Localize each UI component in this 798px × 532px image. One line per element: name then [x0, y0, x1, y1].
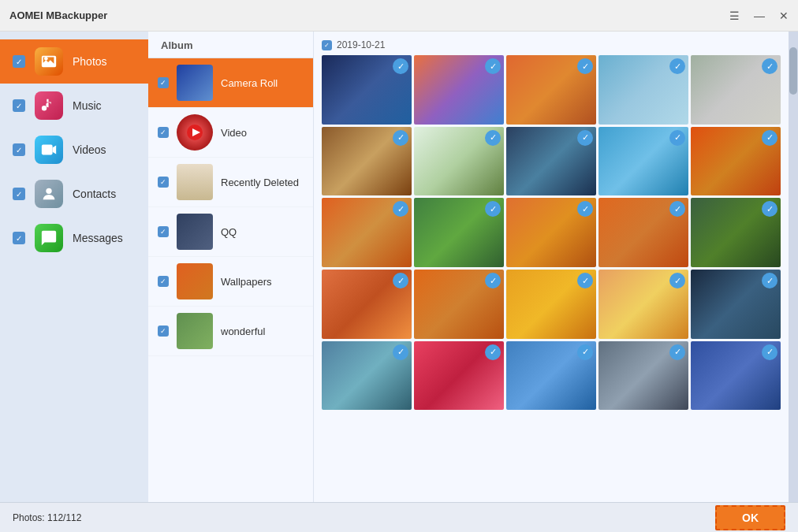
- photo-check-icon[interactable]: ✓: [485, 130, 501, 146]
- camera-roll-checkbox[interactable]: [158, 77, 169, 88]
- photo-check-icon[interactable]: ✓: [393, 273, 408, 288]
- photo-check-icon[interactable]: ✓: [762, 58, 777, 74]
- album-header: Album: [148, 32, 313, 58]
- date-group-checkbox[interactable]: [322, 40, 332, 50]
- photo-cell[interactable]: ✓: [598, 341, 688, 411]
- sidebar-item-contacts[interactable]: Contacts: [0, 172, 148, 216]
- photo-check-icon[interactable]: ✓: [393, 130, 408, 146]
- recently-deleted-checkbox[interactable]: [158, 177, 169, 188]
- recently-deleted-thumb: [177, 164, 213, 200]
- camera-roll-thumb: [177, 65, 213, 101]
- statusbar: Photos: 112/112 OK: [0, 502, 798, 532]
- album-panel: Album Camera Roll Video Recently Delet: [148, 32, 314, 502]
- recently-deleted-label: Recently Deleted: [221, 177, 299, 188]
- photo-check-icon[interactable]: ✓: [762, 273, 777, 288]
- photo-cell[interactable]: ✓: [506, 341, 596, 411]
- wonderful-label: wonderful: [221, 326, 265, 337]
- photo-cell[interactable]: ✓: [598, 55, 688, 125]
- qq-checkbox[interactable]: [158, 226, 169, 237]
- photos-label: Photos: [73, 55, 107, 68]
- app-title: AOMEI MBackupper: [9, 9, 107, 21]
- photo-check-icon[interactable]: ✓: [577, 273, 593, 288]
- photo-check-icon[interactable]: ✓: [577, 58, 593, 74]
- photo-cell[interactable]: ✓: [322, 127, 412, 196]
- photo-check-icon[interactable]: ✓: [485, 344, 501, 360]
- videos-icon: [35, 136, 63, 164]
- photo-cell[interactable]: ✓: [598, 270, 688, 339]
- photo-cell[interactable]: ✓: [414, 198, 504, 267]
- messages-label: Messages: [73, 232, 123, 244]
- photo-cell[interactable]: ✓: [598, 198, 688, 267]
- photo-check-icon[interactable]: ✓: [669, 344, 685, 360]
- photo-check-icon[interactable]: ✓: [577, 130, 593, 146]
- close-button[interactable]: ✕: [779, 9, 789, 22]
- photo-cell[interactable]: ✓: [691, 198, 781, 267]
- scrollbar-track[interactable]: [789, 32, 798, 502]
- photo-cell[interactable]: ✓: [414, 270, 504, 339]
- sidebar-item-music[interactable]: Music: [0, 84, 148, 128]
- sidebar-item-photos[interactable]: Photos: [0, 39, 148, 84]
- date-group-label: 2019-10-21: [322, 39, 781, 50]
- videos-checkbox[interactable]: [13, 143, 25, 156]
- wonderful-thumb: [177, 313, 213, 349]
- wonderful-checkbox[interactable]: [158, 326, 169, 337]
- photo-cell[interactable]: ✓: [691, 127, 781, 196]
- wallpapers-label: Wallpapers: [221, 276, 272, 288]
- contacts-icon: [35, 180, 63, 208]
- scrollbar-thumb[interactable]: [789, 47, 797, 95]
- sidebar-item-messages[interactable]: Messages: [0, 216, 148, 260]
- photo-panel[interactable]: 2019-10-21 ✓✓✓✓✓✓✓✓✓✓✓✓✓✓✓✓✓✓✓✓✓✓✓✓✓: [314, 32, 789, 502]
- wallpapers-checkbox[interactable]: [158, 276, 169, 287]
- photo-check-icon[interactable]: ✓: [485, 273, 501, 288]
- minimize-button[interactable]: —: [754, 9, 765, 22]
- photo-cell[interactable]: ✓: [414, 127, 504, 196]
- photo-cell[interactable]: ✓: [506, 198, 596, 267]
- svg-point-2: [46, 188, 51, 194]
- qq-label: QQ: [221, 226, 237, 238]
- svg-point-0: [44, 57, 48, 61]
- photos-icon: [35, 47, 63, 76]
- music-checkbox[interactable]: [13, 99, 25, 112]
- titlebar: AOMEI MBackupper ☰ — ✕: [0, 0, 798, 32]
- album-item-qq[interactable]: QQ: [148, 207, 313, 257]
- photo-check-icon[interactable]: ✓: [669, 58, 685, 74]
- photo-cell[interactable]: ✓: [322, 198, 412, 267]
- photo-check-icon[interactable]: ✓: [669, 130, 685, 146]
- contacts-checkbox[interactable]: [13, 188, 25, 200]
- album-item-recently-deleted[interactable]: Recently Deleted: [148, 158, 313, 207]
- photo-check-icon[interactable]: ✓: [762, 130, 777, 146]
- photo-cell[interactable]: ✓: [322, 341, 412, 411]
- album-item-camera-roll[interactable]: Camera Roll: [148, 58, 313, 108]
- photo-cell[interactable]: ✓: [414, 55, 504, 125]
- photo-check-icon[interactable]: ✓: [669, 273, 685, 288]
- ok-button[interactable]: OK: [715, 505, 785, 530]
- photo-check-icon[interactable]: ✓: [577, 344, 593, 360]
- photo-cell[interactable]: ✓: [506, 270, 596, 339]
- list-icon[interactable]: ☰: [729, 9, 740, 22]
- photo-cell[interactable]: ✓: [322, 270, 412, 339]
- video-checkbox[interactable]: [158, 127, 169, 138]
- photo-check-icon[interactable]: ✓: [393, 58, 408, 74]
- sidebar-item-videos[interactable]: Videos: [0, 128, 148, 172]
- photo-check-icon[interactable]: ✓: [762, 344, 777, 360]
- photo-cell[interactable]: ✓: [414, 341, 504, 411]
- photo-cell[interactable]: ✓: [691, 341, 781, 411]
- photo-check-icon[interactable]: ✓: [485, 58, 501, 74]
- photo-check-icon[interactable]: ✓: [393, 344, 408, 360]
- photo-cell[interactable]: ✓: [506, 55, 596, 125]
- photo-cell[interactable]: ✓: [598, 127, 688, 196]
- main-container: Photos Music Videos: [0, 32, 798, 502]
- messages-checkbox[interactable]: [13, 232, 25, 244]
- photo-cell[interactable]: ✓: [322, 55, 412, 125]
- video-label: Video: [221, 127, 247, 139]
- messages-icon: [35, 224, 63, 252]
- sidebar: Photos Music Videos: [0, 32, 148, 502]
- photo-cell[interactable]: ✓: [506, 127, 596, 196]
- album-item-wonderful[interactable]: wonderful: [148, 307, 313, 356]
- date-group-text: 2019-10-21: [337, 39, 385, 50]
- album-item-video[interactable]: Video: [148, 108, 313, 158]
- photo-cell[interactable]: ✓: [691, 55, 781, 125]
- photo-cell[interactable]: ✓: [691, 270, 781, 339]
- photos-checkbox[interactable]: [13, 55, 25, 68]
- album-item-wallpapers[interactable]: Wallpapers: [148, 257, 313, 307]
